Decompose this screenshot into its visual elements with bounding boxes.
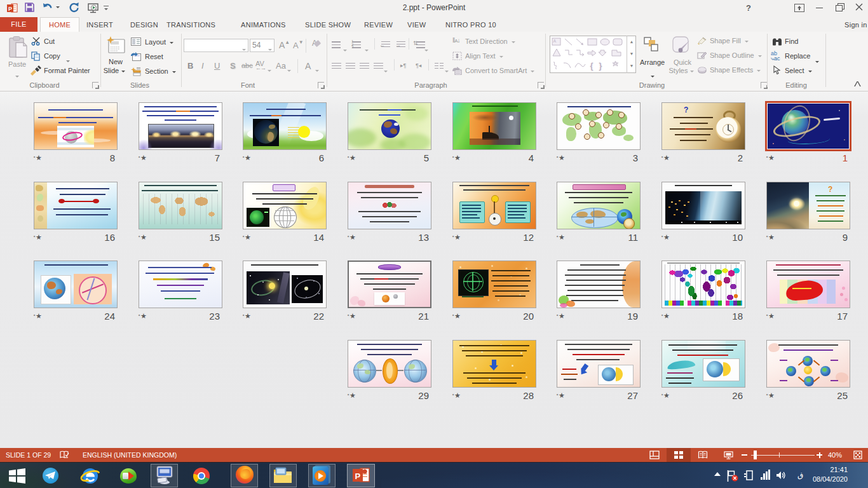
- svg-text:A: A: [553, 39, 557, 43]
- svg-text:P: P: [355, 471, 361, 481]
- svg-text:}: }: [599, 62, 602, 71]
- svg-text:{: {: [590, 62, 593, 71]
